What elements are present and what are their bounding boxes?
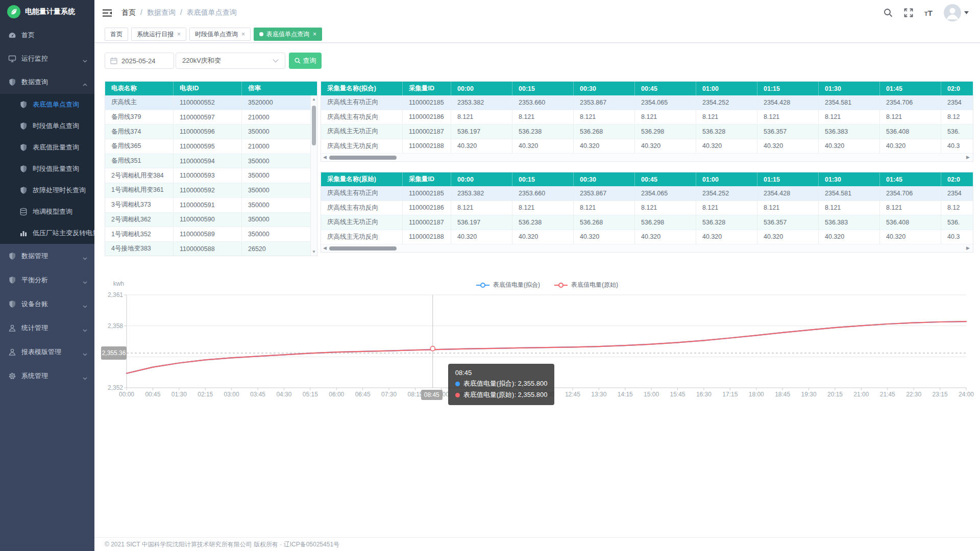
collect-table-fit-panel: 采集量名称(拟合)采集量ID00:0000:1500:3000:4501:000… xyxy=(321,81,973,162)
table-row[interactable]: 1号调相机3521100000589350000 xyxy=(105,227,317,242)
hamburger-icon[interactable] xyxy=(102,9,112,17)
table-row[interactable]: 庆高线主无功正向1100002187536.197536.238536.2685… xyxy=(321,124,973,139)
tab-active[interactable]: 表底值单点查询× xyxy=(254,28,322,41)
sidebar-item[interactable]: 运行监控 xyxy=(0,47,94,70)
scroll-left-icon[interactable]: ◀ xyxy=(323,155,327,160)
close-icon[interactable]: × xyxy=(313,28,316,40)
chevron-down-icon xyxy=(83,254,87,262)
sidebar-item[interactable]: 地调模型查询 xyxy=(0,201,94,222)
date-picker[interactable]: 2025-05-24 xyxy=(105,53,174,69)
scrollbar-thumb[interactable] xyxy=(329,246,397,251)
sidebar-item[interactable]: 系统管理 xyxy=(0,364,94,388)
sidebar-item[interactable]: 表底值单点查询 xyxy=(0,94,94,115)
table-row[interactable]: 庆高线主有功正向11000021852353.3822353.6602353.8… xyxy=(321,95,973,110)
table-row[interactable]: 庆高线主无功反向110000218840.32040.32040.32040.3… xyxy=(321,230,973,245)
table-row[interactable]: 备用线3651100000595210000 xyxy=(105,139,317,154)
scroll-left-icon[interactable]: ◀ xyxy=(323,245,327,251)
breadcrumb: 首页/数据查询/表底值单点查询 xyxy=(121,8,237,17)
user-menu[interactable] xyxy=(944,4,969,21)
sidebar-item[interactable]: 低压厂站主变反转电量 xyxy=(0,222,94,244)
close-icon[interactable]: × xyxy=(177,28,181,40)
sidebar-item[interactable]: 设备台账 xyxy=(0,292,94,316)
shield-icon xyxy=(19,186,28,194)
query-button[interactable]: 查询 xyxy=(289,53,322,69)
table-cell: 2354.581 xyxy=(819,186,880,201)
table-row[interactable]: 备用线3741100000596350000 xyxy=(105,124,317,139)
scroll-down-icon[interactable]: ▼ xyxy=(311,249,317,254)
table-cell: 536.408 xyxy=(880,124,941,139)
table-row[interactable]: 庆高线主无功正向1100002187536.197536.238536.2685… xyxy=(321,215,973,230)
sidebar-item[interactable]: 报表模版管理 xyxy=(0,340,94,364)
fullscreen-icon[interactable] xyxy=(904,8,913,17)
sidebar-item-label: 故障处理时长查询 xyxy=(33,186,86,195)
legend-item[interactable]: 表底值电量(原始) xyxy=(554,281,618,289)
sidebar-item-label: 数据查询 xyxy=(21,78,48,87)
table-row[interactable]: 3号调相机3731100000591350000 xyxy=(105,198,317,213)
sidebar-item-label: 报表模版管理 xyxy=(21,347,61,357)
vertical-scrollbar[interactable]: ▲ ▼ xyxy=(310,95,317,256)
sidebar-item[interactable]: 表底值批量查询 xyxy=(0,137,94,158)
table-row[interactable]: 备用线3791100000597210000 xyxy=(105,110,317,125)
sidebar-item[interactable]: 时段值单点查询 xyxy=(0,115,94,137)
table-row[interactable]: 1号调相机用变3611100000592350000 xyxy=(105,183,317,198)
sidebar-item[interactable]: 数据查询 xyxy=(0,70,94,94)
table-cell: 1100000590 xyxy=(174,213,242,227)
table-row[interactable]: 4号接地变383110000058826520 xyxy=(105,242,317,256)
shield-icon xyxy=(8,276,16,284)
tab-label: 系统运行日报 xyxy=(137,28,174,40)
avatar[interactable] xyxy=(944,4,961,21)
column-header: 01:00 xyxy=(696,172,757,186)
tab-item[interactable]: 时段值单点查询× xyxy=(189,28,251,41)
sidebar-item[interactable]: 平衡分析 xyxy=(0,268,94,292)
table-cell: 1100002187 xyxy=(403,124,451,139)
table-row[interactable]: 庆高线主11000005523520000 xyxy=(105,95,317,110)
scroll-up-icon[interactable]: ▲ xyxy=(311,97,317,102)
close-icon[interactable]: × xyxy=(241,28,245,40)
table-cell: 8.121 xyxy=(574,201,635,215)
legend-item[interactable]: 表底值电量(拟合) xyxy=(476,281,540,289)
app-logo[interactable]: 电能量计量系统 xyxy=(0,0,94,23)
sidebar-item[interactable]: 统计管理 xyxy=(0,316,94,340)
tab-item[interactable]: 首页 xyxy=(105,28,128,41)
table-cell: 350000 xyxy=(242,124,317,139)
sidebar-item[interactable]: 数据管理 xyxy=(0,244,94,268)
table-row[interactable]: 备用线3511100000594350000 xyxy=(105,154,317,169)
sidebar-item[interactable]: 故障处理时长查询 xyxy=(0,180,94,201)
table-row[interactable]: 庆高线主有功正向11000021852353.3822353.6602353.8… xyxy=(321,186,973,201)
station-select[interactable]: 220kV庆和变 xyxy=(176,53,285,69)
scroll-right-icon[interactable]: ▶ xyxy=(966,245,970,251)
search-icon[interactable] xyxy=(884,8,893,17)
table-row[interactable]: 庆高线主有功反向11000021868.1218.1218.1218.1218.… xyxy=(321,110,973,125)
tab-item[interactable]: 系统运行日报× xyxy=(131,28,186,41)
series-dot-icon xyxy=(455,382,460,386)
table-cell: 庆高线主 xyxy=(105,95,174,110)
horizontal-scrollbar[interactable]: ◀▶ xyxy=(321,244,973,252)
chevron-down-icon xyxy=(83,350,87,358)
sidebar-item[interactable]: 首页 xyxy=(0,23,94,47)
table-row[interactable]: 2号调相机3621100000590350000 xyxy=(105,213,317,228)
sidebar: 电能量计量系统 首页运行监控数据查询 表底值单点查询时段值单点查询表底值批量查询… xyxy=(0,0,94,551)
sidebar-top-section: 电能量计量系统 首页运行监控数据查询 xyxy=(0,0,94,94)
table-cell: 1100000588 xyxy=(174,242,242,256)
collect-table-header: 采集量名称(原始)采集量ID00:0000:1500:3000:4501:000… xyxy=(321,172,973,186)
table-cell: 210000 xyxy=(242,139,317,154)
table-row[interactable]: 2号调相机用变3841100000593350000 xyxy=(105,168,317,183)
breadcrumb-data-query[interactable]: 数据查询 xyxy=(147,8,176,16)
scrollbar-thumb[interactable] xyxy=(329,156,397,160)
copyright-footer: © 2021 SICT 中国科学院沈阳计算技术研究所有限公司 版权所有 · 辽I… xyxy=(94,537,980,551)
scrollbar-thumb[interactable] xyxy=(312,106,316,145)
table-cell: 40.320 xyxy=(880,139,941,154)
table-row[interactable]: 庆高线主无功反向110000218840.32040.32040.32040.3… xyxy=(321,139,973,154)
table-cell: 2354.428 xyxy=(757,186,819,201)
sidebar-item[interactable]: 时段值批量查询 xyxy=(0,158,94,180)
column-header: 00:00 xyxy=(451,82,512,95)
scroll-right-icon[interactable]: ▶ xyxy=(966,155,970,160)
table-cell: 40.320 xyxy=(880,230,941,244)
font-size-icon[interactable]: TT xyxy=(924,9,933,17)
x-axis-tick-label: 17:15 xyxy=(719,391,741,398)
table-row[interactable]: 庆高线主有功反向11000021868.1218.1218.1218.1218.… xyxy=(321,201,973,216)
breadcrumb-home[interactable]: 首页 xyxy=(121,8,136,16)
horizontal-scrollbar[interactable]: ◀▶ xyxy=(321,153,973,161)
table-cell: 备用线365 xyxy=(105,139,174,154)
calendar-icon xyxy=(110,57,117,64)
